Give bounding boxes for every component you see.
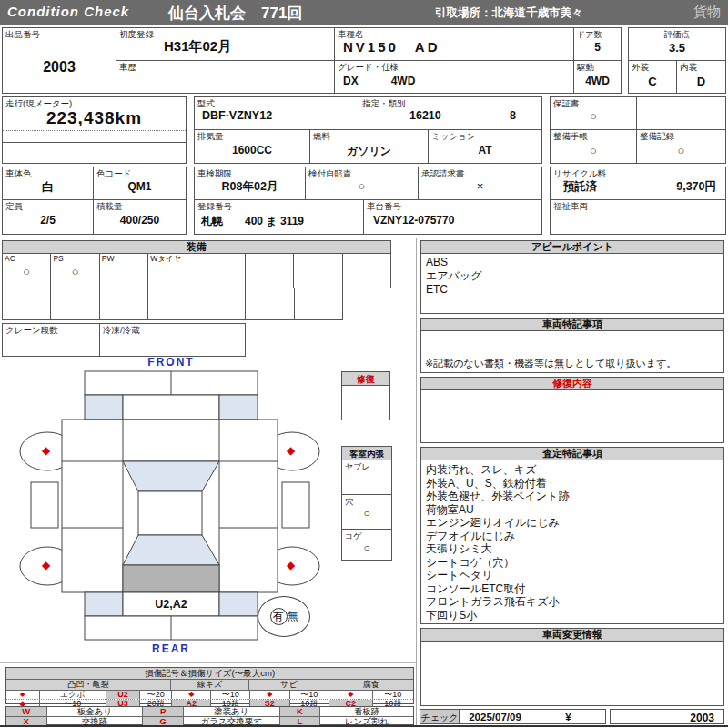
score-value: 3.5: [629, 41, 725, 55]
wheel-damage-marker-rear-right: ◆: [287, 559, 295, 571]
sheet-bottom-edge: [0, 725, 728, 727]
interior-grade-label: 内装: [680, 62, 697, 74]
equipment-label: PW: [102, 254, 115, 263]
symbol-label: 看板跡: [320, 707, 413, 716]
symbol-legend-table: W 板金あり P 塗装あり K 看板跡 X 交換跡 G ガラス交換要す L レン…: [5, 706, 414, 725]
legend-group-row: 凸凹・亀裂 線キズ サビ 腐食: [6, 680, 413, 691]
approval-request-mark: ×: [419, 179, 541, 193]
assessment-item: シートヘタリ: [426, 569, 719, 582]
maintenance-book-label: 整備手帳: [553, 131, 588, 143]
change-info-box: [420, 641, 724, 706]
registration-number-label: 登録番号: [197, 201, 232, 213]
equipment-cell-empty: [51, 288, 99, 319]
model-code-cell: 型式 DBF-VZNY12: [194, 96, 359, 130]
vehicle-notes-header: 車両特記事項: [420, 318, 724, 331]
model-name-value: NV150 AD: [343, 39, 440, 56]
mirror-left: [31, 482, 58, 528]
equipment-cell-pw: PW: [100, 254, 148, 288]
legend-diamond: ◆: [329, 691, 372, 699]
first-registration-label: 初度登録: [119, 29, 154, 41]
appeal-item: ETC: [426, 283, 719, 297]
first-registration-value: H31年02月: [164, 38, 231, 56]
appeal-points-header: アピールポイント: [420, 240, 724, 254]
displacement-label: 排気量: [197, 131, 224, 143]
registration-number-cell: 登録番号 札幌 400 ま 3119: [194, 199, 364, 235]
symbol-code-w: W: [6, 707, 47, 716]
legend-code-u2: U2: [106, 691, 141, 699]
equipment-cell-empty: [246, 254, 294, 288]
front-corner-glass-right: [219, 395, 258, 420]
capacity-label: 定員: [5, 201, 23, 213]
warranty-mark: ○: [551, 109, 636, 123]
recycle-fee-value: 9,370円: [676, 179, 716, 195]
cabin-row-mark: ○: [342, 507, 391, 520]
color-code-label: 色コード: [96, 168, 131, 180]
symbol-label: 塗装あり: [184, 707, 280, 716]
hood-panel: [123, 395, 219, 420]
assessment-item: フロントガラス飛石キズ小: [426, 595, 719, 609]
legend-diamond: ◆: [250, 691, 290, 699]
type-class-label: 指定・類別: [362, 98, 406, 110]
auction-condition-sheet: Condition Check 仙台入札会 771回 引取場所：北海道千歳市美々…: [0, 0, 728, 728]
lot-number-value: 2003: [3, 59, 116, 76]
check-lot-value: 2003: [690, 712, 714, 724]
rear-label: REAR: [85, 642, 258, 655]
history-label: 車歴: [119, 62, 136, 74]
doors-label: ドア数: [577, 29, 602, 41]
welfare-vehicle-label: 福祉車両: [553, 201, 588, 213]
equipment-label: Wタイヤ: [150, 254, 181, 265]
assessment-notes-header: 査定特記事項: [420, 447, 724, 460]
cabin-row-label: ヤブレ: [345, 461, 370, 473]
currency-cell: ¥: [531, 709, 606, 724]
chassis-number-value: VZNY12-075770: [373, 214, 454, 227]
fridge-freezer-cell: 冷凍/冷蔵: [99, 323, 246, 357]
assessment-item: 下回りS小: [426, 609, 719, 622]
body-color-cell: 車体色 白: [2, 167, 94, 200]
equipment-cell-ac: AC ○: [3, 254, 51, 288]
exterior-grade-label: 外装: [632, 62, 649, 74]
roof-panel: [138, 491, 202, 535]
appeal-item: エアバッグ: [426, 269, 719, 283]
transmission-label: ミッション: [431, 131, 476, 143]
equipment-row-2: [2, 288, 343, 320]
legend-diamond: ◆: [172, 691, 212, 699]
welfare-vehicle-cell: 福祉車両: [550, 199, 726, 235]
score-label: 評価点: [629, 29, 725, 41]
mileage-value: 223,438km: [3, 108, 186, 128]
drive-label: 駆動: [577, 62, 594, 74]
legend-divider: [0, 662, 416, 663]
warranty-cell: 保証書 ○: [550, 96, 637, 130]
mirror-right: [282, 482, 309, 528]
top-bar: Condition Check 仙台入札会 771回 引取場所：北海道千歳市美々…: [0, 0, 728, 25]
first-registration-cell: 初度登録 H31年02月: [116, 27, 335, 61]
tailgate-damage-code: U2,A2: [123, 592, 219, 616]
change-info-header: 車両変更情報: [420, 628, 724, 642]
fridge-freezer-label: 冷凍/冷蔵: [103, 325, 140, 337]
exterior-grade-cell: 外装 C: [628, 60, 677, 94]
legend-group-rust: サビ: [249, 680, 329, 690]
cabin-lining-header: 客室内張: [341, 446, 392, 460]
symbol-code-k: K: [280, 707, 321, 716]
equipment-cell-empty: [197, 254, 246, 288]
legend-value: 〜20: [140, 691, 172, 699]
stamp-yes-circled: 有: [270, 608, 288, 625]
equipment-cell-empty: [148, 288, 197, 319]
assessment-item: 外装A、U、S、鉄粉付着: [426, 477, 719, 490]
crane-stages-cell: クレーン段数: [2, 323, 100, 357]
displacement-cell: 排気量 1600CC: [194, 129, 310, 164]
assessment-item: シートコゲ（穴）: [426, 556, 719, 570]
cargo-type: 貨物: [693, 4, 721, 21]
model-name-cell: 車種名 NV150 AD: [334, 27, 574, 61]
body-color-value: 白: [3, 179, 93, 196]
maintenance-record-label: 整備記録: [640, 131, 674, 143]
equipment-cell-empty: [100, 288, 148, 319]
front-corner-glass-left: [85, 395, 123, 420]
history-cell: 車歴: [116, 60, 335, 94]
mileage-cell: 走行(現メーター) 223,438km: [2, 96, 187, 164]
transmission-cell: ミッション AT: [428, 129, 542, 164]
legend-title: 損傷記号＆損傷サイズ(〜最大cm): [6, 668, 413, 680]
stamp-no: 無: [288, 609, 298, 624]
doors-cell: ドア数 5: [573, 27, 622, 61]
grade-label: グレード・仕様: [338, 62, 399, 74]
fuel-label: 燃料: [313, 131, 330, 143]
